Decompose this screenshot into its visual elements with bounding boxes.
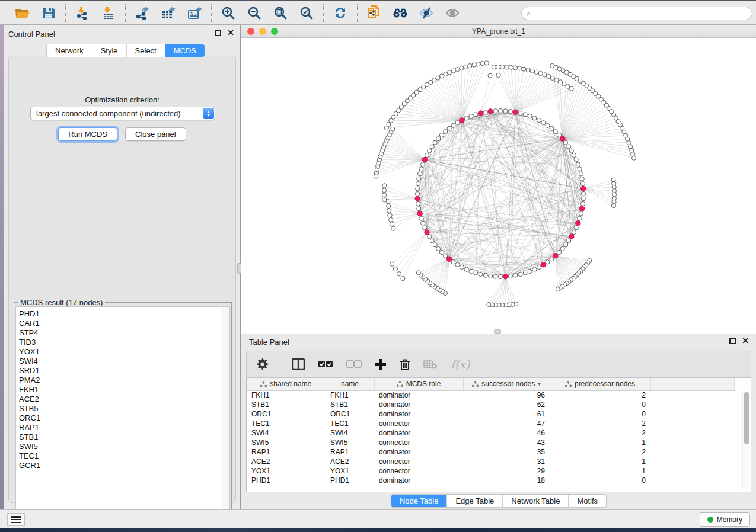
network-node[interactable] bbox=[580, 201, 585, 206]
search-network-icon[interactable] bbox=[392, 5, 409, 21]
network-node[interactable] bbox=[390, 222, 394, 226]
select-all-icon[interactable] bbox=[318, 360, 333, 368]
table-row[interactable]: SWI4SWI4dominator462 bbox=[247, 428, 734, 438]
mcds-result-item[interactable]: TID3 bbox=[19, 338, 229, 347]
network-node[interactable] bbox=[382, 198, 387, 202]
zoom-out-icon[interactable] bbox=[246, 5, 263, 21]
export-table-icon[interactable] bbox=[160, 5, 177, 21]
mcds-result-item[interactable]: STP4 bbox=[19, 328, 229, 338]
save-session-icon[interactable] bbox=[40, 5, 57, 21]
network-node[interactable] bbox=[476, 62, 480, 66]
table-row[interactable]: STB1STB1dominator620 bbox=[247, 400, 734, 409]
table-row[interactable]: SWI5SWI5connector431 bbox=[247, 438, 734, 447]
hide-details-icon[interactable] bbox=[418, 5, 435, 21]
network-node[interactable] bbox=[448, 70, 452, 75]
network-node[interactable] bbox=[493, 109, 497, 113]
table-scrollbar-thumb[interactable] bbox=[744, 392, 749, 444]
table-row[interactable]: RAP1RAP1dominator352 bbox=[247, 447, 734, 457]
network-node[interactable] bbox=[455, 262, 460, 267]
mcds-node[interactable] bbox=[553, 254, 558, 258]
network-node[interactable] bbox=[574, 158, 578, 162]
network-node[interactable] bbox=[433, 140, 437, 145]
network-node[interactable] bbox=[417, 177, 421, 181]
mcds-list-scrollbar[interactable] bbox=[222, 307, 229, 518]
network-node[interactable] bbox=[550, 126, 554, 130]
network-node[interactable] bbox=[451, 123, 455, 127]
network-node[interactable] bbox=[581, 197, 585, 201]
zoom-in-icon[interactable] bbox=[220, 5, 237, 21]
network-node[interactable] bbox=[387, 209, 391, 213]
close-panel-icon[interactable]: ✕ bbox=[227, 30, 234, 36]
close-panel-button[interactable]: Close panel bbox=[125, 127, 186, 141]
mcds-node[interactable] bbox=[513, 110, 518, 114]
network-node[interactable] bbox=[513, 273, 518, 277]
network-node[interactable] bbox=[389, 217, 393, 222]
mcds-result-item[interactable]: YOX1 bbox=[19, 347, 229, 357]
import-table-icon[interactable] bbox=[100, 5, 117, 21]
network-node[interactable] bbox=[425, 153, 429, 157]
horizontal-splitter-handle[interactable] bbox=[494, 329, 501, 334]
show-details-icon[interactable] bbox=[444, 5, 461, 21]
network-node[interactable] bbox=[387, 204, 391, 208]
network-node[interactable] bbox=[479, 272, 483, 276]
table-row[interactable]: FKH1FKH1dominator962 bbox=[247, 390, 734, 400]
network-node[interactable] bbox=[430, 145, 434, 149]
mcds-result-item[interactable]: SWI4 bbox=[19, 357, 229, 366]
network-node[interactable] bbox=[416, 201, 420, 206]
network-node[interactable] bbox=[484, 61, 489, 65]
import-network-icon[interactable] bbox=[74, 5, 91, 21]
mcds-result-item[interactable]: TEC1 bbox=[19, 451, 229, 461]
network-node[interactable] bbox=[382, 188, 386, 193]
search-field[interactable]: ⌕ bbox=[521, 7, 752, 20]
network-node[interactable] bbox=[578, 216, 582, 220]
network-node[interactable] bbox=[469, 269, 473, 273]
network-node[interactable] bbox=[430, 239, 434, 243]
network-node[interactable] bbox=[416, 182, 420, 186]
network-node[interactable] bbox=[564, 243, 568, 247]
mcds-result-item[interactable]: PMA2 bbox=[19, 376, 229, 385]
network-node[interactable] bbox=[382, 193, 386, 197]
network-node[interactable] bbox=[522, 67, 526, 71]
network-node[interactable] bbox=[569, 149, 573, 153]
mcds-result-item[interactable]: GCR1 bbox=[19, 461, 229, 470]
network-node[interactable] bbox=[611, 203, 615, 207]
network-node[interactable] bbox=[523, 271, 527, 275]
network-node[interactable] bbox=[560, 246, 564, 251]
network-node[interactable] bbox=[455, 68, 460, 72]
mcds-node[interactable] bbox=[503, 274, 508, 279]
table-row[interactable]: ACE2ACE2connector311 bbox=[247, 457, 734, 466]
network-node[interactable] bbox=[530, 69, 534, 73]
network-node[interactable] bbox=[503, 109, 508, 113]
network-node[interactable] bbox=[518, 272, 522, 276]
network-node[interactable] bbox=[439, 250, 444, 254]
optimization-criterion-select[interactable]: largest connected component (undirected)… bbox=[30, 107, 215, 120]
network-node[interactable] bbox=[428, 235, 432, 239]
table-row[interactable]: TEC1TEC1connector472 bbox=[247, 419, 734, 428]
zoom-fit-icon[interactable] bbox=[272, 5, 289, 21]
network-node[interactable] bbox=[569, 86, 573, 91]
network-node[interactable] bbox=[505, 65, 509, 69]
mcds-result-item[interactable]: FKH1 bbox=[19, 385, 229, 395]
network-node[interactable] bbox=[455, 121, 460, 125]
network-node[interactable] bbox=[423, 226, 427, 230]
network-node[interactable] bbox=[496, 73, 500, 77]
network-node[interactable] bbox=[581, 191, 585, 196]
network-node[interactable] bbox=[567, 239, 571, 243]
network-node[interactable] bbox=[550, 76, 554, 80]
table-row[interactable]: ORC1ORC1dominator610 bbox=[247, 409, 734, 419]
mcds-result-item[interactable]: STB5 bbox=[19, 404, 229, 414]
tab-mcds[interactable]: MCDS bbox=[165, 44, 205, 57]
mcds-result-item[interactable]: ORC1 bbox=[19, 414, 229, 423]
open-file-icon[interactable] bbox=[14, 5, 31, 21]
network-node[interactable] bbox=[480, 61, 484, 65]
network-titlebar[interactable]: YPA_prune.txt_1 bbox=[241, 25, 756, 38]
network-node[interactable] bbox=[498, 274, 502, 278]
mcds-node[interactable] bbox=[569, 234, 574, 239]
network-node[interactable] bbox=[464, 116, 468, 120]
network-node[interactable] bbox=[557, 250, 561, 254]
network-node[interactable] bbox=[417, 172, 422, 176]
network-node[interactable] bbox=[498, 108, 502, 113]
float-table-panel-icon[interactable] bbox=[729, 338, 736, 344]
network-node[interactable] bbox=[572, 153, 576, 157]
network-node[interactable] bbox=[572, 230, 576, 234]
